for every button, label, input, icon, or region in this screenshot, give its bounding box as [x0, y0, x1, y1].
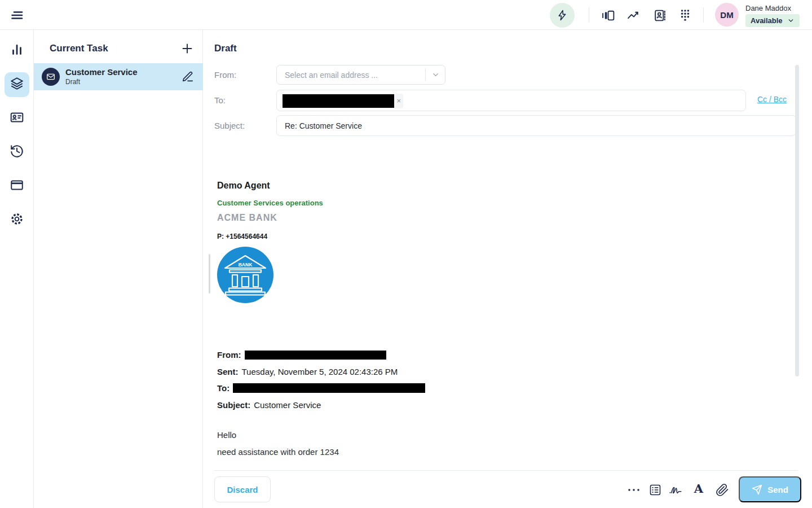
history-icon	[10, 144, 24, 161]
bar-chart-icon	[10, 42, 24, 59]
left-icon-rail	[0, 30, 34, 508]
signature-icon[interactable]	[669, 483, 682, 497]
quoted-subject-label: Subject:	[217, 400, 250, 410]
cc-bcc-link[interactable]: Cc / Bcc	[757, 95, 787, 104]
chip-remove-icon[interactable]: ×	[396, 97, 401, 106]
task-item-subtitle: Draft	[65, 78, 80, 86]
layers-icon	[10, 76, 24, 93]
chevron-down-icon	[426, 71, 445, 79]
font-format-icon[interactable]: A	[692, 481, 705, 495]
panels-view-icon[interactable]	[601, 8, 615, 23]
topbar-divider	[703, 7, 704, 23]
email-task-avatar	[42, 68, 60, 86]
bank-logo: BANK	[217, 247, 273, 303]
task-panel-title: Current Task	[50, 43, 108, 54]
discard-button[interactable]: Discard	[214, 476, 271, 502]
send-label: Send	[767, 485, 788, 494]
quoted-email-headers: From: Sent: Tuesday, November 5, 2024 02…	[217, 347, 425, 413]
quoted-sent-value: Tuesday, November 5, 2024 02:43:26 PM	[242, 367, 398, 376]
chevron-down-icon	[787, 17, 795, 24]
user-avatar[interactable]: DM	[715, 3, 739, 27]
quoted-from-line: From:	[217, 347, 425, 364]
signature-role: Customer Services operations	[217, 199, 323, 207]
from-address-select[interactable]: Select an email address ...	[276, 65, 445, 85]
quoted-from-label: From:	[217, 350, 241, 360]
from-placeholder-text: Select an email address ...	[277, 71, 425, 80]
body-line: Hello	[217, 427, 339, 444]
redacted-recipient-email	[283, 94, 394, 108]
signature-company: ACME BANK	[217, 213, 277, 223]
font-glyph: A	[694, 481, 703, 496]
dialpad-icon[interactable]	[678, 8, 692, 23]
quoted-sent-line: Sent: Tuesday, November 5, 2024 02:43:26…	[217, 364, 425, 380]
topbar-divider	[589, 7, 589, 23]
quoted-subject-value: Customer Service	[254, 400, 321, 410]
subject-input[interactable]	[276, 115, 796, 136]
envelope-icon	[46, 72, 55, 81]
edit-draft-icon[interactable]	[182, 71, 194, 83]
redacted-to-email	[233, 383, 425, 393]
from-label: From:	[214, 70, 236, 80]
send-button[interactable]: Send	[739, 476, 801, 502]
task-item-title: Customer Service	[65, 67, 138, 77]
add-task-button[interactable]	[180, 42, 194, 55]
sidebar-item-history[interactable]	[5, 140, 29, 165]
quoted-to-label: To:	[217, 383, 230, 393]
quoted-email-body: Hello need assistance with order 1234	[217, 427, 339, 460]
user-name: Dane Maddox	[745, 4, 791, 12]
to-recipients-field[interactable]: ×	[276, 90, 746, 111]
contact-card-icon	[10, 110, 24, 127]
compose-area: Draft From: Select an email address ... …	[203, 30, 812, 508]
quoted-subject-line: Subject: Customer Service	[217, 397, 425, 414]
footer-divider	[214, 470, 798, 471]
quick-actions-button[interactable]	[550, 3, 575, 28]
analytics-chart-icon[interactable]	[626, 8, 641, 23]
status-dropdown[interactable]: Available	[745, 14, 800, 27]
attachment-paperclip-icon[interactable]	[716, 483, 729, 497]
plus-icon	[180, 47, 194, 57]
contacts-book-icon[interactable]	[652, 8, 667, 23]
sidebar-item-windows[interactable]	[5, 174, 29, 199]
page-title: Draft	[214, 43, 237, 54]
subject-label: Subject:	[214, 121, 245, 130]
gear-icon	[10, 212, 24, 229]
vertical-scrollbar[interactable]	[795, 65, 799, 376]
lightning-icon	[556, 9, 568, 21]
recipient-chip: ×	[283, 94, 403, 108]
more-options-icon[interactable]	[627, 486, 641, 494]
top-bar: DM Dane Maddox Available	[0, 0, 812, 30]
quoted-sent-label: Sent:	[217, 367, 239, 376]
signature-phone: P: +1564564644	[217, 233, 267, 240]
task-list-item[interactable]: Customer Service Draft	[34, 63, 203, 90]
quoted-to-line: To:	[217, 380, 425, 397]
redacted-from-email	[245, 351, 386, 360]
status-label: Available	[751, 16, 783, 25]
sidebar-item-tasks[interactable]	[5, 72, 29, 97]
to-label: To:	[214, 95, 226, 105]
editor-scroll-handle[interactable]	[209, 254, 210, 294]
body-line: need assistance with order 1234	[217, 444, 339, 461]
sidebar-item-contacts[interactable]	[5, 106, 29, 131]
svg-text:BANK: BANK	[239, 262, 253, 268]
sidebar-item-analytics[interactable]	[5, 38, 29, 63]
sidebar-item-settings[interactable]	[5, 208, 29, 233]
paper-plane-icon	[752, 484, 762, 495]
window-icon	[10, 178, 24, 195]
app-root: DM Dane Maddox Available	[0, 0, 812, 508]
hamburger-menu-icon[interactable]	[9, 7, 25, 23]
template-list-icon[interactable]	[648, 483, 662, 497]
signature-name: Demo Agent	[217, 181, 270, 191]
task-panel: Current Task Customer Service Draft	[34, 30, 203, 508]
